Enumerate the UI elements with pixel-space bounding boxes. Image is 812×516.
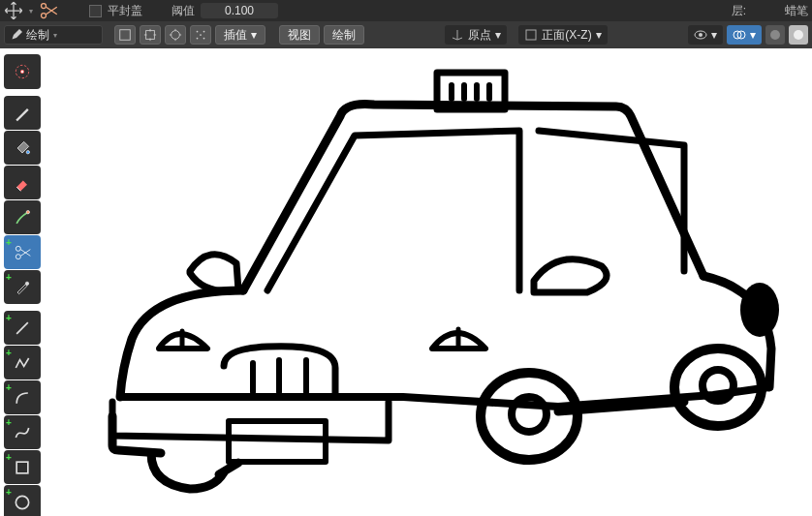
header-toolbar: 绘制 ▾ 插值 ▾ 视图 绘制 原点 ▾ 正面(X-Z) ▾ <box>0 21 812 48</box>
tool-fill[interactable] <box>4 131 41 165</box>
orientation-dropdown-label: 正面(X-Z) <box>542 27 591 44</box>
tool-line[interactable]: + <box>4 311 41 345</box>
svg-rect-2 <box>120 30 131 41</box>
eye-icon <box>694 28 707 42</box>
brush-label: 蜡笔 <box>785 3 808 19</box>
tool-arc[interactable]: + <box>4 380 41 414</box>
svg-rect-10 <box>526 30 536 40</box>
tool-curve[interactable]: + <box>4 415 41 449</box>
tool-box[interactable]: + <box>4 450 41 484</box>
svg-point-7 <box>197 38 199 40</box>
car-drawing <box>45 48 812 516</box>
shading-solid-button[interactable] <box>765 25 785 45</box>
draw-button[interactable]: 绘制 <box>324 25 364 45</box>
svg-point-5 <box>197 31 199 33</box>
view-button[interactable]: 视图 <box>279 25 320 45</box>
plus-icon: + <box>6 272 12 283</box>
snap-icon[interactable] <box>165 25 186 45</box>
flat-cap-checkbox[interactable] <box>89 5 102 17</box>
origin-dropdown[interactable]: 原点 ▾ <box>445 25 507 45</box>
grid-icon[interactable] <box>190 25 211 45</box>
insert-button[interactable]: 插值 ▾ <box>215 25 265 45</box>
mode-dropdown-label: 绘制 <box>26 27 49 44</box>
header-top: ▾ 平封盖 阈值 0.100 层: 蜡笔 <box>0 0 812 21</box>
svg-point-18 <box>20 70 23 73</box>
scissors-icon[interactable] <box>39 2 58 19</box>
svg-point-9 <box>200 34 202 36</box>
tool-cutter[interactable]: + <box>4 235 41 269</box>
tool-cursor[interactable] <box>4 54 41 89</box>
svg-point-4 <box>172 31 180 40</box>
svg-point-23 <box>25 282 28 285</box>
svg-point-22 <box>16 246 20 251</box>
svg-point-21 <box>16 254 20 258</box>
tool-erase[interactable] <box>4 166 41 199</box>
plus-icon: + <box>6 237 12 248</box>
shading-material-button[interactable] <box>789 25 808 45</box>
tool-tint[interactable] <box>4 200 41 234</box>
svg-point-8 <box>203 38 205 40</box>
plus-icon: + <box>6 452 12 463</box>
layer-label: 层: <box>732 3 746 19</box>
svg-point-12 <box>699 33 703 37</box>
tool-circle[interactable]: + <box>4 485 41 516</box>
cursor-target-icon[interactable] <box>140 25 161 45</box>
insert-button-label: 插值 <box>224 27 247 44</box>
plus-icon: + <box>6 382 12 393</box>
svg-point-15 <box>770 30 780 40</box>
tool-polyline[interactable]: + <box>4 346 41 379</box>
orientation-dropdown[interactable]: 正面(X-Z) ▾ <box>518 25 607 45</box>
drawing-canvas[interactable] <box>45 48 812 516</box>
origin-dropdown-label: 原点 <box>468 27 491 44</box>
mode-dropdown[interactable]: 绘制 ▾ <box>4 25 103 45</box>
plus-icon: + <box>6 348 12 358</box>
header-caret: ▾ <box>29 7 33 15</box>
visibility-dropdown[interactable]: ▾ <box>688 25 723 45</box>
threshold-label: 阈值 <box>172 3 195 19</box>
pencil-icon <box>11 29 22 41</box>
select-box-icon[interactable] <box>114 25 136 45</box>
svg-point-16 <box>794 30 803 40</box>
origin-icon <box>451 28 464 42</box>
left-toolbar: + + + + + + + + <box>4 54 41 516</box>
svg-point-0 <box>42 14 47 18</box>
threshold-value[interactable]: 0.100 <box>201 3 278 18</box>
svg-point-20 <box>26 210 29 213</box>
svg-point-37 <box>740 283 779 337</box>
orientation-icon <box>524 28 538 42</box>
draw-button-label: 绘制 <box>332 27 356 44</box>
svg-point-38 <box>481 373 578 460</box>
plus-icon: + <box>6 487 12 498</box>
tool-draw[interactable] <box>4 96 41 130</box>
view-button-label: 视图 <box>288 27 311 44</box>
move-icon[interactable] <box>4 2 23 19</box>
svg-point-25 <box>16 496 28 508</box>
tool-eyedropper[interactable]: + <box>4 270 41 304</box>
plus-icon: + <box>6 313 12 323</box>
overlay-icon <box>733 28 746 42</box>
overlay-dropdown[interactable]: ▾ <box>727 25 762 45</box>
svg-point-19 <box>26 150 29 153</box>
svg-point-1 <box>42 4 47 9</box>
svg-point-6 <box>203 31 205 33</box>
plus-icon: + <box>6 417 12 428</box>
svg-rect-24 <box>16 462 28 473</box>
svg-rect-3 <box>146 31 155 40</box>
flat-cap-label: 平封盖 <box>108 3 142 19</box>
